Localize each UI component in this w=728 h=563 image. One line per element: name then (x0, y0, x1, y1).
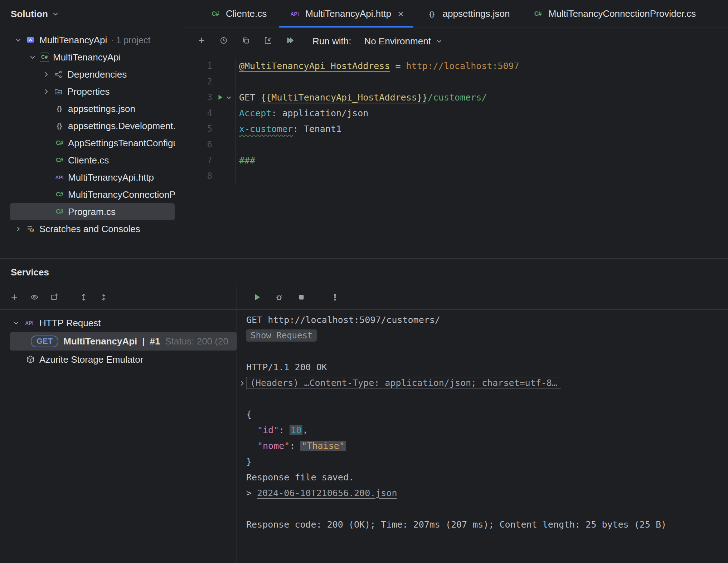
json-file-icon: {} (53, 122, 66, 130)
tree-item-appsettingstenantconfig[interactable]: C# AppSettingsTenantConfigu (10, 134, 175, 152)
import-icon[interactable] (259, 32, 278, 50)
line-number: 8 (184, 171, 212, 181)
services-panel-header[interactable]: Services (0, 258, 728, 286)
tab-cliente-cs[interactable]: C# Cliente.cs (198, 0, 277, 28)
tree-item-project[interactable]: C# MultiTenancyApi (10, 49, 175, 66)
json-file-icon: {} (426, 10, 438, 18)
code-line: x-customer: Tenant1 (235, 121, 728, 137)
chevron-down-icon[interactable] (29, 53, 37, 61)
debug-icon[interactable] (271, 289, 289, 307)
run-request-icon[interactable] (217, 93, 224, 101)
collapsed-headers[interactable]: (Headers) …Content-Type: application/jso… (246, 377, 561, 389)
services-tree-panel: API HTTP Request GET MultiTenancyApi | #… (0, 286, 237, 563)
history-icon[interactable] (215, 32, 234, 50)
response-file-link[interactable]: 2024-06-10T210656.200.json (257, 488, 397, 498)
close-icon[interactable]: × (398, 9, 404, 19)
response-status-line: HTTP/1.1 200 OK (246, 362, 327, 372)
line-number: 3 (184, 92, 212, 102)
code-line (235, 74, 728, 89)
tab-label: MultiTenancyApi.http (305, 8, 391, 19)
chevron-down-icon[interactable] (14, 36, 22, 44)
project-count-label: · 1 project (111, 35, 150, 45)
tree-item-cliente-cs[interactable]: C# Cliente.cs (10, 152, 175, 169)
line-number: 6 (184, 139, 212, 150)
tab-multitenancyconnectionprovider-cs[interactable]: C# MultiTenancyConnectionProvider.cs (521, 0, 707, 28)
tab-appsettings-json[interactable]: {} appsettings.json (415, 0, 521, 28)
json-brace: { (246, 409, 252, 420)
tab-label: appsettings.json (443, 8, 510, 19)
tree-item-label: Cliente.cs (68, 155, 109, 166)
code-line: @MultiTenancyApi_HostAddress = http://lo… (235, 58, 728, 74)
show-request-button[interactable]: Show Request (246, 329, 317, 342)
fold-chevron-icon[interactable] (238, 378, 246, 389)
request-name: MultiTenancyApi (63, 336, 137, 347)
chevron-right-icon[interactable] (42, 88, 50, 96)
tree-item-appsettings-json[interactable]: {} appsettings.json (10, 100, 175, 117)
api-file-icon: API (53, 175, 66, 180)
api-file-icon: API (288, 11, 301, 17)
tree-item-label: MultiTenancyApi (53, 52, 121, 63)
tree-item-multitenancyapi-http[interactable]: API MultiTenancyApi.http (10, 169, 175, 186)
tab-multitenancyapi-http[interactable]: API MultiTenancyApi.http × (277, 0, 414, 28)
api-file-icon: API (23, 320, 36, 326)
chevron-down-icon[interactable] (52, 10, 59, 18)
kebab-menu-icon[interactable] (326, 289, 345, 307)
chevron-down-icon[interactable] (12, 319, 20, 327)
request-run-number: #1 (150, 336, 160, 347)
solution-panel-header[interactable]: Solution (0, 0, 184, 28)
services-request-item[interactable]: GET MultiTenancyApi | #1 Status: 200 (20 (10, 332, 237, 351)
show-services-icon[interactable] (26, 289, 44, 307)
csharp-file-icon: C# (53, 157, 66, 164)
tree-item-label: MultiTenancyApi (39, 35, 107, 46)
response-console[interactable]: GET http://localhost:5097/customers/ Sho… (237, 310, 728, 563)
line-number: 7 (184, 155, 212, 165)
expand-all-icon[interactable] (75, 289, 94, 307)
chevron-right-icon[interactable] (14, 225, 22, 233)
services-body: API HTTP Request GET MultiTenancyApi | #… (0, 286, 728, 563)
http-file-editor[interactable]: 1 @MultiTenancyApi_HostAddress = http://… (184, 54, 728, 258)
rerun-request-icon[interactable] (248, 289, 267, 307)
copy-icon[interactable] (237, 32, 256, 50)
code-line: GET {{MultiTenancyApi_HostAddress}}/cust… (235, 89, 728, 105)
tree-item-label: MultiTenancyConnectionPr (68, 189, 175, 200)
tree-item-dependencies[interactable]: Dependencies (10, 66, 175, 83)
add-request-button[interactable] (193, 32, 212, 50)
tree-item-label: Program.cs (68, 206, 116, 217)
tree-item-label: appsettings.Development.j (68, 121, 175, 132)
json-line-id: "id": 10, (246, 422, 728, 438)
csharp-file-icon: C# (53, 139, 66, 147)
tree-item-program-cs[interactable]: C# Program.cs (10, 203, 175, 220)
run-all-requests-icon[interactable] (282, 32, 300, 50)
services-panel-title: Services (11, 267, 49, 278)
services-group-http-request[interactable]: API HTTP Request (0, 314, 237, 332)
services-tree: API HTTP Request GET MultiTenancyApi | #… (0, 310, 237, 368)
environment-selector[interactable]: No Environment (364, 36, 443, 47)
tree-item-label: Scratches and Consoles (39, 224, 140, 235)
response-request-line: GET http://localhost:5097/customers/ (246, 315, 440, 325)
editor-tabs: C# Cliente.cs API MultiTenancyApi.http ×… (184, 0, 728, 28)
open-in-new-tab-icon[interactable] (46, 289, 64, 307)
solution-icon (24, 35, 37, 45)
add-service-button[interactable] (6, 289, 24, 307)
chevron-right-icon[interactable] (42, 70, 50, 78)
csharp-file-icon: C# (53, 191, 66, 198)
stop-icon[interactable] (293, 289, 311, 307)
tree-item-solution-root[interactable]: MultiTenancyApi · 1 project (10, 31, 175, 49)
services-toolbar (0, 286, 237, 310)
solution-explorer: Solution MultiTenancyApi · 1 project C# … (0, 0, 184, 258)
line-number: 5 (184, 124, 212, 134)
response-toolbar (237, 286, 728, 310)
run-with-label: Run with: (312, 36, 351, 47)
collapse-all-icon[interactable] (95, 289, 114, 307)
tab-label: MultiTenancyConnectionProvider.cs (549, 8, 696, 19)
http-method-badge: GET (31, 336, 58, 347)
code-line: ### (235, 152, 728, 168)
editor-zone: C# Cliente.cs API MultiTenancyApi.http ×… (184, 0, 728, 258)
tree-item-properties[interactable]: Properties (10, 83, 175, 100)
chevron-down-icon (435, 37, 443, 45)
tree-item-appsettings-development-json[interactable]: {} appsettings.Development.j (10, 117, 175, 134)
tree-item-multitenancyconnectionprovider[interactable]: C# MultiTenancyConnectionPr (10, 186, 175, 203)
chevron-down-icon[interactable] (225, 94, 232, 101)
services-item-azurite[interactable]: Azurite Storage Emulator (0, 351, 237, 368)
tree-item-scratches[interactable]: Scratches and Consoles (10, 220, 175, 238)
